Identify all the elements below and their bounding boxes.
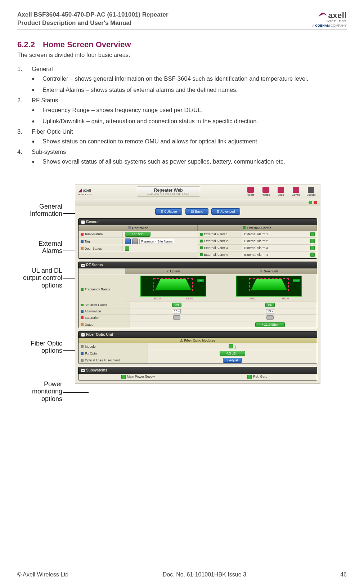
bullet-text: External Alarms – shows status of extern… <box>42 86 238 94</box>
col-external-alarms: External Alarms <box>198 225 317 231</box>
bullet-text: Shows overall status of all sub-systems … <box>42 157 285 166</box>
amp-dl-toggle[interactable]: ON <box>265 303 275 307</box>
ss-app-title: Repeater Web — all View "2.2.0"/2.1.0/I … <box>137 186 200 197</box>
annotated-figure: GeneralInformation ExternalAlarms UL and… <box>10 184 347 444</box>
logo-cobham: A COBHAM COMPANY <box>312 24 347 27</box>
sub-main-power: Main Power Supply <box>78 374 198 380</box>
panel-title-text: Subsystems <box>86 368 107 372</box>
att-ul-select[interactable]: 13 <box>173 309 181 313</box>
status-dot-green <box>309 201 312 204</box>
nav-logs[interactable]: Logs <box>275 187 287 196</box>
list-num: 4. <box>17 148 32 155</box>
row-door: Door Status <box>78 245 198 252</box>
bullet-icon: ● <box>32 157 42 166</box>
row-ea3: External Alarm 3External Alarm 3 <box>198 245 317 251</box>
fiber-heading: ⚠ Fiber Optic Modules <box>78 338 317 343</box>
header-line2: Product Description and User's Manual <box>17 19 168 27</box>
bullet-icon: ● <box>32 86 42 94</box>
bullet-icon: ● <box>32 117 42 125</box>
output-value: <11.9 dBm <box>255 322 285 327</box>
nav-logout[interactable]: Logout <box>305 187 317 196</box>
section-heading: 6.2.2Home Screen Overview <box>17 40 347 49</box>
alarm-status <box>310 232 315 236</box>
ss-logo: ◢ axellWIRELESS <box>78 187 92 196</box>
tag-input[interactable]: Repeater - Site Name <box>139 239 174 244</box>
bullet-icon: ● <box>32 137 42 146</box>
content-list: 1.General ●Controller – shows general in… <box>17 66 347 166</box>
tab-collapse[interactable]: ⊟ Collapse <box>155 208 183 215</box>
chart-downlink: MHz 390.0395.0 <box>221 274 317 302</box>
row-ea4: External Alarm 4External Alarm 4 <box>198 251 317 258</box>
callout-general: GeneralInformation <box>10 203 62 218</box>
list-num: 3. <box>17 128 32 135</box>
section-title: Home Screen Overview <box>43 40 131 49</box>
adjust-button[interactable]: ↕ Adjust <box>223 358 242 363</box>
alarm-status <box>310 246 315 250</box>
reset-button[interactable] <box>132 239 138 244</box>
tag-icon <box>81 240 84 243</box>
list-title: General <box>32 66 53 72</box>
panel-rf: −RF Status ▲ Uplink ▼ Downlink MHz <box>78 262 317 328</box>
tab-basic[interactable]: ▤ Basic <box>185 208 208 215</box>
rx-value: 4.3 dBm <box>220 351 246 356</box>
status-dot-red <box>314 201 317 204</box>
bullet-text: Uplink/Downlink – gain, attenuation and … <box>42 117 258 125</box>
callout-uldl: UL and DLoutput controloptions <box>10 267 62 289</box>
freq-range-label: Frequency Range <box>85 288 111 291</box>
bullet-icon: ● <box>32 75 42 83</box>
save-button[interactable] <box>125 239 131 244</box>
collapse-icon[interactable]: − <box>81 369 85 372</box>
row-temperature: Temperature +45.5°C <box>78 231 198 238</box>
list-title: Fiber Optic Unit <box>32 128 73 135</box>
config-icon <box>293 187 299 193</box>
row-ea2: External Alarm 2External Alarm 2 <box>198 238 317 245</box>
row-output: Output <11.9 dBm <box>78 321 317 328</box>
brand-logo: axell WIRELESS A COBHAM COMPANY <box>312 11 347 27</box>
ss-view-tabs: ⊟ Collapse ▤ Basic ⊞ Advanced <box>75 206 320 217</box>
embedded-screenshot: ◢ axellWIRELESS Repeater Web — all View … <box>75 184 320 384</box>
att-dl-select[interactable]: 13 <box>266 309 274 313</box>
row-module: Module 1 <box>78 343 317 350</box>
section-intro: The screen is divided into four basic ar… <box>17 52 347 58</box>
callout-external: ExternalAlarms <box>10 240 62 255</box>
col-uplink: ▲ Uplink <box>125 268 221 274</box>
home-icon <box>247 187 254 193</box>
row-attenuation: Attenuation 13 13 <box>78 308 317 314</box>
row-rx-opto: Rx Opto 4.3 dBm <box>78 350 317 357</box>
panel-title-text: RF Status <box>86 263 103 267</box>
sub-ref-gen: Ref. Gen. <box>198 374 317 380</box>
tab-advanced[interactable]: ⊞ Advanced <box>211 208 240 215</box>
nav-home[interactable]: Home <box>244 187 257 196</box>
nav-nodes[interactable]: Nodes <box>260 187 272 196</box>
header-line1: Axell BSF3604-450-470-DP-AC (61-101001) … <box>17 11 168 19</box>
thermometer-icon <box>81 233 84 236</box>
footer-docno: Doc. No. 61-101001HBK Issue 3 <box>163 571 246 578</box>
panel-subsystems: −Subsystems Main Power Supply Ref. Gen. <box>78 367 317 380</box>
row-optical-adjust: Optical Loss Adjustment ↕ Adjust <box>78 357 317 364</box>
collapse-icon[interactable]: − <box>81 264 85 267</box>
panel-fiber: −Fiber Optic Unit ⚠ Fiber Optic Modules … <box>78 331 317 364</box>
col-downlink: ▼ Downlink <box>221 268 317 274</box>
door-icon <box>81 247 84 250</box>
logo-swoosh-icon <box>318 11 328 18</box>
section-number: 6.2.2 <box>17 40 35 49</box>
collapse-icon[interactable]: − <box>81 333 85 337</box>
nav-config[interactable]: Config <box>290 187 302 196</box>
panel-title-text: General <box>86 220 99 224</box>
sat-dl <box>266 315 274 320</box>
logo-text: axell <box>328 11 347 20</box>
ss-header: ◢ axellWIRELESS Repeater Web — all View … <box>75 184 320 199</box>
row-tag: Tag Repeater - Site Name <box>78 238 198 245</box>
page-footer: © Axell Wireless Ltd Doc. No. 61-101001H… <box>17 569 347 578</box>
list-title: Sub-systems <box>32 148 66 155</box>
row-saturation: Saturation <box>78 314 317 321</box>
collapse-icon[interactable]: − <box>81 220 85 224</box>
list-title: RF Status <box>32 97 58 104</box>
callout-line <box>63 392 89 393</box>
bullet-icon: ● <box>32 106 42 114</box>
amp-ul-toggle[interactable]: ON <box>172 303 181 307</box>
footer-page: 46 <box>340 571 347 578</box>
callout-fiber: Fiber Opticoptions <box>10 340 62 355</box>
list-num: 2. <box>17 97 32 104</box>
sat-ul <box>173 315 180 320</box>
